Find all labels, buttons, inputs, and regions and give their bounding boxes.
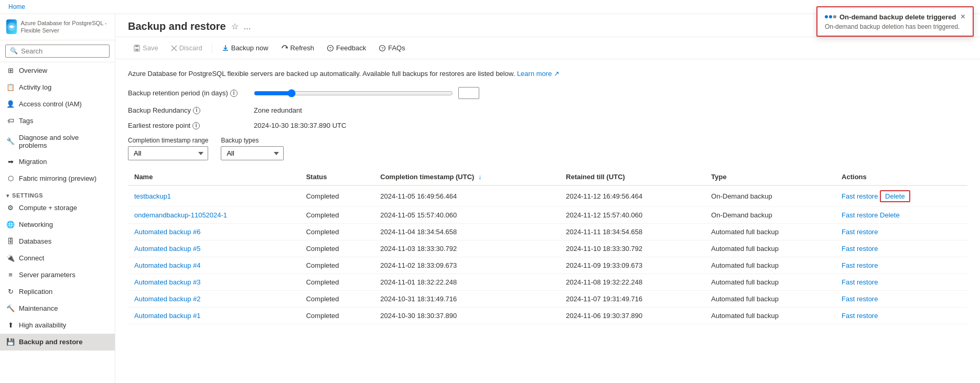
retention-slider[interactable] xyxy=(254,89,453,97)
table-row: ondemandbackup-11052024-1Completed2024-1… xyxy=(128,207,967,224)
delete-button[interactable]: Delete xyxy=(880,211,900,219)
cell-status: Completed xyxy=(300,207,374,224)
svg-rect-3 xyxy=(135,45,138,47)
cell-retained: 2024-11-10 18:33:30.792 xyxy=(559,240,705,257)
sidebar-item-connect[interactable]: 🔌 Connect xyxy=(0,250,115,267)
cell-type: Automated full backup xyxy=(705,224,835,240)
refresh-button[interactable]: Refresh xyxy=(276,41,320,54)
backup-types-filter-label: Backup types xyxy=(221,137,284,144)
completion-timestamp-select[interactable]: All xyxy=(128,146,208,160)
sidebar-item-activity-log[interactable]: 📋 Activity log xyxy=(0,79,115,96)
backup-now-button[interactable]: Backup now xyxy=(217,41,274,54)
cell-type: On-Demand backup xyxy=(705,185,835,207)
faqs-button[interactable]: ? FAQs xyxy=(373,41,411,54)
feedback-button[interactable]: Feedback xyxy=(321,41,371,54)
table-row: Automated backup #2Completed2024-10-31 1… xyxy=(128,291,967,308)
faqs-icon: ? xyxy=(379,45,386,52)
home-link[interactable]: Home xyxy=(8,3,25,10)
cell-actions: Fast restore xyxy=(835,224,967,240)
cell-retained: 2024-11-07 19:31:49.716 xyxy=(559,291,705,308)
toast-body: On-demand backup deletion has been trigg… xyxy=(825,23,965,30)
access-control-icon: 👤 xyxy=(6,100,15,108)
toast-dot-3 xyxy=(833,15,836,18)
table-row: Automated backup #1Completed2024-10-30 1… xyxy=(128,308,967,324)
sidebar-item-databases[interactable]: 🗄 Databases xyxy=(0,233,115,250)
svg-point-8 xyxy=(330,49,331,50)
sidebar-item-server-parameters[interactable]: ≡ Server parameters xyxy=(0,267,115,283)
cell-completion: 2024-10-31 18:31:49.716 xyxy=(374,291,559,308)
page-title: Backup and restore xyxy=(128,20,226,32)
sidebar-item-backup-restore[interactable]: 💾 Backup and restore xyxy=(0,334,115,351)
settings-section-label: ▾ Settings xyxy=(0,189,115,200)
fast-restore-button[interactable]: Fast restore xyxy=(842,192,878,200)
cell-retained: 2024-11-12 16:49:56.464 xyxy=(559,185,705,207)
sidebar-item-overview[interactable]: ⊞ Overview xyxy=(0,62,115,79)
backup-types-filter: Backup types All xyxy=(221,137,284,160)
search-box: 🔍 xyxy=(0,40,115,62)
backup-redundancy-value: Zone redundant xyxy=(254,106,302,114)
fast-restore-button[interactable]: Fast restore xyxy=(842,228,878,236)
cell-type: Automated full backup xyxy=(705,274,835,291)
sidebar-item-replication[interactable]: ↻ Replication xyxy=(0,283,115,300)
fast-restore-button[interactable]: Fast restore xyxy=(842,278,878,286)
col-retained: Retained till (UTC) xyxy=(559,169,705,185)
sidebar-item-high-availability[interactable]: ⬆ High availability xyxy=(0,317,115,334)
cell-type: On-Demand backup xyxy=(705,207,835,224)
table-row: Automated backup #3Completed2024-11-01 1… xyxy=(128,274,967,291)
save-button[interactable]: Save xyxy=(128,41,164,54)
discard-button[interactable]: Discard xyxy=(166,41,208,54)
cell-name: ondemandbackup-11052024-1 xyxy=(128,207,300,224)
cell-status: Completed xyxy=(300,291,374,308)
sidebar-item-tags[interactable]: 🏷 Tags xyxy=(0,113,115,129)
svg-text:?: ? xyxy=(381,46,384,51)
backup-redundancy-info-icon[interactable]: i xyxy=(193,107,200,114)
toast-dot-2 xyxy=(829,15,832,18)
backup-retention-info-icon[interactable]: i xyxy=(230,90,238,97)
sidebar-item-access-control[interactable]: 👤 Access control (IAM) xyxy=(0,96,115,113)
col-actions: Actions xyxy=(835,169,967,185)
sidebar-logo-text: Azure Database for PostgreSQL - Flexible… xyxy=(21,19,109,35)
fast-restore-button[interactable]: Fast restore xyxy=(842,261,878,269)
retention-value-input[interactable]: 7 xyxy=(458,87,479,99)
sidebar-item-fabric-mirroring[interactable]: ⬡ Fabric mirroring (preview) xyxy=(0,170,115,187)
favorite-icon[interactable]: ☆ xyxy=(231,21,239,31)
cell-actions: Fast restore xyxy=(835,240,967,257)
cell-actions: Fast restore xyxy=(835,257,967,274)
backup-types-select[interactable]: All xyxy=(221,146,284,160)
svg-point-7 xyxy=(328,45,333,51)
compute-icon: ⚙ xyxy=(6,204,15,212)
app-logo-icon xyxy=(6,19,17,34)
learn-more-link[interactable]: Learn more ↗ xyxy=(517,70,559,78)
table-row: Automated backup #4Completed2024-11-02 1… xyxy=(128,257,967,274)
sidebar-item-migration[interactable]: ➡ Migration xyxy=(0,154,115,170)
toast-close-button[interactable]: × xyxy=(961,13,965,21)
table-row: Automated backup #5Completed2024-11-03 1… xyxy=(128,240,967,257)
backup-redundancy-row: Backup Redundancy i Zone redundant xyxy=(128,106,967,114)
sidebar-item-maintenance[interactable]: 🔨 Maintenance xyxy=(0,300,115,317)
sidebar-item-compute-storage[interactable]: ⚙ Compute + storage xyxy=(0,200,115,216)
cell-retained: 2024-11-08 19:32:22.248 xyxy=(559,274,705,291)
cell-status: Completed xyxy=(300,240,374,257)
replication-icon: ↻ xyxy=(6,288,15,296)
delete-button[interactable]: Delete xyxy=(880,190,910,202)
tags-icon: 🏷 xyxy=(6,117,15,125)
cell-retained: 2024-11-11 18:34:54.658 xyxy=(559,224,705,240)
fast-restore-button[interactable]: Fast restore xyxy=(842,312,878,320)
sidebar-nav: ⊞ Overview 📋 Activity log 👤 Access contr… xyxy=(0,62,115,383)
search-input[interactable] xyxy=(21,47,105,55)
backup-now-icon xyxy=(222,45,229,52)
sidebar-item-networking[interactable]: 🌐 Networking xyxy=(0,216,115,233)
toolbar-separator-1 xyxy=(212,43,212,53)
cell-retained: 2024-11-06 19:30:37.890 xyxy=(559,308,705,324)
more-options-icon[interactable]: ... xyxy=(244,22,251,31)
svg-rect-2 xyxy=(135,49,138,51)
cell-completion: 2024-11-02 18:33:09.673 xyxy=(374,257,559,274)
fast-restore-button[interactable]: Fast restore xyxy=(842,211,878,219)
sidebar-logo: Azure Database for PostgreSQL - Flexible… xyxy=(0,14,115,40)
sidebar-item-diagnose[interactable]: 🔧 Diagnose and solve problems xyxy=(0,129,115,154)
search-icon: 🔍 xyxy=(10,47,18,54)
content-area: Azure Database for PostgreSQL flexible s… xyxy=(115,59,980,383)
fast-restore-button[interactable]: Fast restore xyxy=(842,295,878,303)
earliest-restore-info-icon[interactable]: i xyxy=(192,122,200,129)
fast-restore-button[interactable]: Fast restore xyxy=(842,245,878,253)
